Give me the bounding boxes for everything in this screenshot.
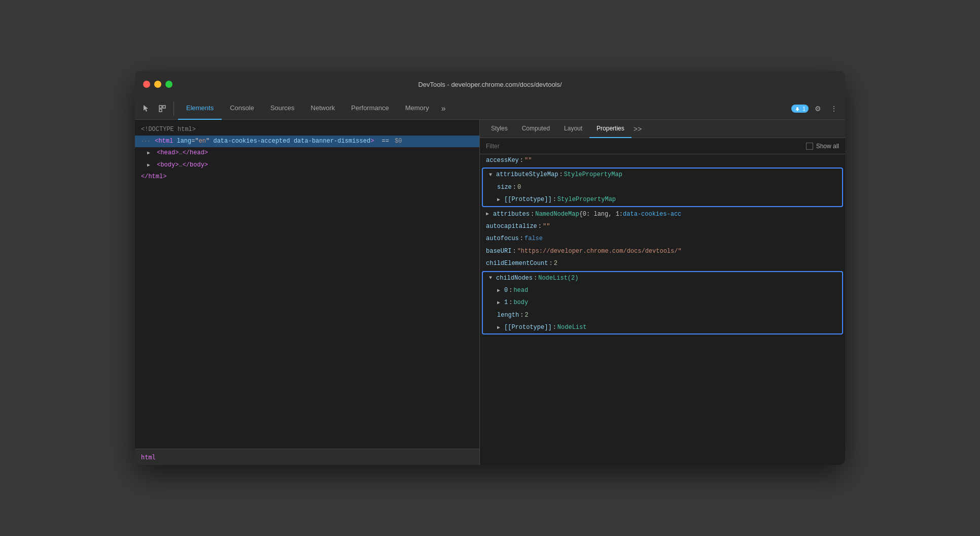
more-options-button[interactable]: ⋮ [827, 102, 841, 116]
tab-layout[interactable]: Layout [557, 120, 589, 138]
filter-input[interactable] [486, 143, 806, 150]
traffic-lights [143, 81, 172, 88]
attribute-style-map-group: ▼ attributeStyleMap : StylePropertyMap s… [482, 168, 843, 207]
child-nodes-length: length : 2 [483, 309, 842, 321]
tab-network[interactable]: Network [303, 97, 343, 120]
prototype-expand[interactable]: ▶ [497, 195, 504, 204]
attributes-prop[interactable]: ▶ attributes : NamedNodeMap {0: lang, 1:… [480, 208, 845, 220]
html-close-line: </html> [135, 171, 479, 183]
tab-computed[interactable]: Computed [515, 120, 557, 138]
body-expand-arrow[interactable]: ▶ [147, 161, 153, 170]
doctype-line: <!DOCTYPE html> [135, 124, 479, 136]
child-nodes-1[interactable]: ▶ 1 : body [483, 296, 842, 309]
autocapitalize-prop: autocapitalize : "" [480, 220, 845, 232]
child-0-expand[interactable]: ▶ [497, 286, 504, 295]
devtools-body: <!DOCTYPE html> ··· <html lang="en" data… [135, 120, 845, 465]
child-nodes-header[interactable]: ▼ childNodes : NodeList(2) [483, 272, 842, 284]
child-element-count-prop: childElementCount : 2 [480, 257, 845, 270]
devtools-right-controls: 1 ⚙ ⋮ [791, 102, 841, 116]
head-expand-arrow[interactable]: ▶ [147, 149, 153, 157]
svg-rect-1 [163, 106, 165, 108]
close-button[interactable] [143, 81, 150, 88]
properties-panel: Styles Computed Layout Properties >> S [480, 120, 845, 465]
inspect-icon[interactable] [155, 102, 169, 116]
cursor-icon[interactable] [139, 102, 153, 116]
minimize-button[interactable] [154, 81, 161, 88]
child-nodes-prototype[interactable]: ▶ [[Prototype]] : NodeList [483, 321, 842, 333]
html-tag-line[interactable]: ··· <html lang="en" data-cookies-accepte… [135, 136, 479, 147]
base-uri-prop: baseURI : "https://developer.chrome.com/… [480, 245, 845, 257]
more-tabs-button[interactable]: » [437, 104, 450, 113]
svg-rect-2 [159, 109, 162, 112]
tab-icon-group [139, 102, 174, 116]
svg-rect-3 [797, 110, 798, 111]
devtools-tab-bar: Elements Console Sources Network Perform… [135, 97, 845, 120]
tab-styles[interactable]: Styles [484, 120, 515, 138]
attributes-expand[interactable]: ▶ [486, 210, 493, 218]
child-nodes-group: ▼ childNodes : NodeList(2) ▶ 0 : head ▶ … [482, 271, 843, 335]
child-nodes-expand[interactable]: ▼ [489, 274, 496, 282]
svg-rect-0 [159, 106, 162, 108]
prototype-style-prop[interactable]: ▶ [[Prototype]] : StylePropertyMap [483, 193, 842, 206]
body-tag-line[interactable]: ▶ <body>…</body> [135, 159, 479, 171]
autofocus-prop: autofocus : false [480, 232, 845, 245]
show-all-area: Show all [806, 143, 839, 150]
tab-sources[interactable]: Sources [262, 97, 303, 120]
window-title: DevTools - developer.chrome.com/docs/dev… [418, 81, 562, 88]
tab-performance[interactable]: Performance [343, 97, 397, 120]
more-prop-tabs-button[interactable]: >> [632, 125, 644, 133]
child-1-expand[interactable]: ▶ [497, 298, 504, 307]
head-tag-line[interactable]: ▶ <head>…</head> [135, 147, 479, 159]
notification-badge[interactable]: 1 [791, 105, 809, 113]
attribute-style-map-header[interactable]: ▼ attributeStyleMap : StylePropertyMap [483, 169, 842, 181]
elements-content: <!DOCTYPE html> ··· <html lang="en" data… [135, 120, 479, 449]
child-nodes-0[interactable]: ▶ 0 : head [483, 284, 842, 296]
devtools-window: DevTools - developer.chrome.com/docs/dev… [135, 71, 845, 465]
tab-memory[interactable]: Memory [397, 97, 437, 120]
props-content: accessKey : "" ▼ attributeStyleMap : Sty… [480, 154, 845, 465]
attribute-style-map-expand[interactable]: ▼ [489, 171, 496, 179]
elements-panel: <!DOCTYPE html> ··· <html lang="en" data… [135, 120, 480, 465]
title-bar: DevTools - developer.chrome.com/docs/dev… [135, 71, 845, 97]
tab-elements[interactable]: Elements [178, 97, 222, 120]
tab-console[interactable]: Console [222, 97, 262, 120]
elements-footer: html [135, 449, 479, 465]
tab-properties[interactable]: Properties [589, 120, 632, 138]
size-prop: size : 0 [483, 181, 842, 193]
settings-button[interactable]: ⚙ [811, 102, 825, 116]
maximize-button[interactable] [165, 81, 172, 88]
access-key-prop: accessKey : "" [480, 154, 845, 166]
properties-tab-bar: Styles Computed Layout Properties >> [480, 120, 845, 138]
show-all-checkbox[interactable] [806, 143, 813, 150]
child-prototype-expand[interactable]: ▶ [497, 323, 504, 332]
filter-bar: Show all [480, 138, 845, 154]
